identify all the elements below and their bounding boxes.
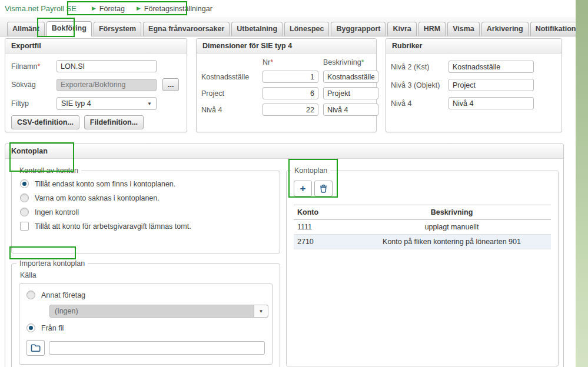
breadcrumb: ▶ Företag ▶ Företagsinställningar [89, 5, 212, 13]
kalla-box: Annat företag (Ingen) ▼ Från fil [19, 283, 273, 365]
breadcrumb-label: Företag [99, 5, 125, 13]
fieldset-kontoplan-lista: Kontoplan + [286, 171, 559, 366]
radio-label: Ingen kontroll [35, 208, 79, 216]
add-konto-button[interactable]: + [294, 181, 312, 196]
panel-dimensioner-title: Dimensioner för SIE typ 4 [197, 39, 376, 54]
radio-varna[interactable] [20, 193, 29, 202]
plus-icon: + [300, 184, 306, 193]
radio-label: Varna om konto saknas i kontoplanen. [35, 194, 160, 202]
csv-definition-button[interactable]: CSV-definition... [11, 115, 79, 129]
radio-option-row: Tillåt endast konto som finns i kontopla… [20, 179, 271, 188]
table-row[interactable]: 2710 Konto på fliken kontering på lönear… [294, 235, 551, 249]
kontoplan-lista-legend: Kontoplan [291, 166, 330, 175]
breadcrumb-item-foretagsinstallningar[interactable]: ▶ Företagsinställningar [137, 5, 212, 13]
tab-bokforing[interactable]: Bokföring [46, 21, 92, 36]
rubrik-row-label: Nivå 2 (Kst) [391, 63, 449, 71]
rubrik-niva2-input[interactable] [449, 61, 534, 73]
required-marker: * [361, 58, 364, 66]
panel-exportfil-title: Exportfil [5, 39, 187, 54]
col-header-beskrivning: Beskrivning [353, 205, 551, 220]
chevron-down-icon: ▼ [147, 101, 152, 106]
panel-kontoplan: Kontoplan Kontroll av konton Tillåt enda… [5, 144, 564, 367]
browse-file-button[interactable] [26, 340, 45, 356]
dim-nr-input-kostnadsstalle[interactable] [263, 71, 318, 83]
required-marker: * [270, 58, 273, 66]
file-path-input[interactable] [49, 341, 265, 355]
breadcrumb-item-foretag[interactable]: ▶ Företag [92, 5, 125, 13]
checkbox-label: Tillåt att konto för arbetsgivaravgift l… [35, 222, 191, 231]
radio-ingen-kontroll[interactable] [20, 208, 29, 216]
dim-beskrivning-input-niva4[interactable] [323, 104, 378, 116]
filnamn-input[interactable] [57, 60, 157, 72]
annat-foretag-value: (Ingen) [50, 307, 78, 315]
top-panels-row: Exportfil Filnamn* Sökväg ... Filtyp SIE… [5, 38, 571, 132]
panel-rubriker-title: Rubriker [386, 39, 562, 54]
rubrik-niva4-input[interactable] [449, 97, 534, 109]
trash-icon [319, 184, 328, 193]
panel-rubriker: Rubriker Nivå 2 (Kst) Nivå 3 (Objekt) Ni… [386, 38, 562, 132]
kontoplan-lista-toolbar: + [294, 181, 551, 196]
filtyp-value: SIE typ 4 [61, 99, 91, 108]
tab-egna-franvaroorsaker[interactable]: Egna frånvaroorsaker [143, 22, 230, 36]
tab-allmant[interactable]: Allmänt [7, 22, 45, 36]
radio-label: Från fil [41, 324, 64, 332]
breadcrumb-arrow-icon: ▶ [92, 6, 96, 11]
kontroll-legend: Kontroll av konton [16, 166, 81, 175]
dim-nr-input-niva4[interactable] [263, 104, 318, 116]
sokvag-label: Sökväg [11, 81, 57, 89]
kalla-label: Källa [20, 271, 273, 279]
fieldset-importera-kontoplan: Importera kontoplan Källa Annat företag … [11, 263, 280, 367]
radio-annat-foretag[interactable] [26, 291, 35, 299]
filtyp-label: Filtyp [11, 99, 57, 108]
delete-konto-button[interactable] [314, 181, 333, 196]
col-nr-header: Nr* [263, 58, 318, 66]
cell-beskrivning: upplagt manuellt [353, 220, 551, 235]
cell-konto: 2710 [294, 235, 353, 249]
tab-forsystem[interactable]: Försystem [94, 22, 141, 36]
fildefinition-button[interactable]: Fildefinition... [84, 115, 144, 129]
rubrik-row-label: Nivå 3 (Objekt) [391, 81, 449, 89]
cell-konto: 1111 [294, 220, 353, 235]
tab-kivra[interactable]: Kivra [387, 22, 416, 36]
page: Visma.net Payroll SE ▶ Företag ▶ Företag… [0, 0, 576, 367]
tab-visma[interactable]: Visma [447, 22, 480, 36]
radio-option-row: Annat företag [26, 291, 265, 299]
rubrik-niva3-input[interactable] [449, 79, 534, 91]
col-beskrivning-header: Beskrivning* [323, 58, 378, 66]
panel-dimensioner: Dimensioner för SIE typ 4 Nr* Beskrivnin… [196, 38, 377, 132]
tab-hrm[interactable]: HRM [418, 22, 446, 36]
filtyp-select[interactable]: SIE typ 4 ▼ [57, 97, 157, 110]
dim-nr-input-project[interactable] [263, 87, 318, 99]
annat-foretag-select: (Ingen) ▼ [49, 305, 268, 318]
kontoplan-table: Konto Beskrivning 1111 upplagt manuellt … [294, 205, 551, 249]
radio-tillat-endast[interactable] [20, 179, 29, 188]
checkbox-row: Tillåt att konto för arbetsgivaravgift l… [20, 222, 271, 231]
app-title: Visma.net Payroll SE [5, 4, 77, 13]
radio-label: Tillåt endast konto som finns i kontopla… [35, 180, 175, 188]
radio-fran-fil[interactable] [26, 323, 35, 332]
dim-row-label: Project [201, 89, 258, 98]
tab-lonespec[interactable]: Lönespec [284, 22, 329, 36]
tab-bar: Allmänt Bokföring Försystem Egna frånvar… [0, 17, 576, 36]
radio-label: Annat företag [41, 291, 85, 299]
sokvag-input [57, 79, 157, 91]
panel-kontoplan-title: Kontoplan [5, 144, 563, 159]
importera-legend: Importera kontoplan [16, 259, 88, 268]
radio-option-row: Från fil [26, 323, 265, 332]
breadcrumb-arrow-icon: ▶ [137, 6, 141, 11]
dim-beskrivning-input-project[interactable] [323, 87, 378, 99]
tab-arkivering[interactable]: Arkivering [481, 22, 529, 36]
dim-row-label: Nivå 4 [201, 106, 258, 114]
dim-beskrivning-input-kostnadsstalle[interactable] [323, 71, 378, 83]
radio-option-row: Varna om konto saknas i kontoplanen. [20, 193, 271, 202]
tab-utbetalning[interactable]: Utbetalning [231, 22, 283, 36]
breadcrumb-label: Företagsinställningar [144, 5, 212, 13]
checkbox-arbetsgivaravgift[interactable] [20, 222, 29, 231]
dim-row-label: Kostnadsställe [201, 73, 258, 81]
tab-byggrapport[interactable]: Byggrapport [331, 22, 386, 36]
page-background-strip [576, 0, 588, 367]
panel-exportfil: Exportfil Filnamn* Sökväg ... Filtyp SIE… [5, 38, 187, 132]
table-row[interactable]: 1111 upplagt manuellt [294, 220, 551, 235]
kontoplan-left-column: Kontroll av konton Tillåt endast konto s… [11, 166, 280, 367]
sokvag-browse-button[interactable]: ... [162, 78, 179, 91]
